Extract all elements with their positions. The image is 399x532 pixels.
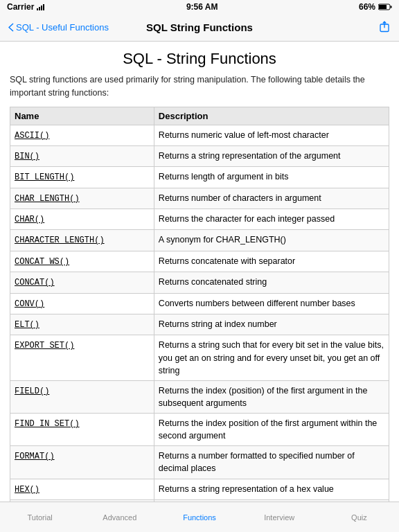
share-button[interactable]	[378, 20, 391, 35]
func-name: BIT_LENGTH()	[15, 172, 74, 182]
carrier-label: Carrier	[7, 2, 34, 12]
func-desc-cell: Returns concatenate with separator	[154, 251, 389, 272]
func-desc-cell: A synonym for CHAR_LENGTH()	[154, 230, 389, 251]
tab-item-advanced[interactable]: Advanced	[80, 509, 159, 526]
func-name: CHARACTER_LENGTH()	[15, 236, 105, 245]
status-bar: Carrier 9:56 AM 66%	[0, 0, 399, 14]
nav-bar: SQL - Useful Functions SQL String Functi…	[0, 14, 399, 42]
func-name: CONV()	[15, 299, 44, 309]
func-name: BIN()	[15, 152, 39, 161]
func-name: CHAR_LENGTH()	[15, 194, 80, 204]
func-name: CONCAT_WS()	[15, 257, 69, 267]
func-name-cell: EXPORT_SET()	[10, 335, 154, 380]
tab-bar: TutorialAdvancedFunctionsInterviewQuiz	[0, 502, 399, 532]
table-row: HEX()Returns a string representation of …	[10, 479, 389, 499]
func-name: ELT()	[15, 320, 39, 330]
func-desc-cell: Returns the index position of the first …	[154, 414, 389, 446]
chevron-left-icon	[8, 23, 14, 32]
func-name-cell: HEX()	[10, 479, 154, 499]
table-row: CONCAT_WS()Returns concatenate with sepa…	[10, 251, 389, 272]
func-name-cell: ASCII()	[10, 125, 154, 145]
status-left: Carrier	[7, 2, 45, 12]
table-row: BIN()Returns a string representation of …	[10, 145, 389, 166]
battery-label: 66%	[359, 2, 375, 12]
func-name: EXPORT_SET()	[15, 341, 74, 351]
table-row: CONV()Converts numbers between different…	[10, 293, 389, 314]
func-name-cell: CHAR()	[10, 209, 154, 230]
status-right: 66%	[359, 2, 392, 12]
nav-title: SQL String Functions	[146, 21, 253, 33]
table-row: FIELD()Returns the index (position) of t…	[10, 380, 389, 413]
func-desc-cell: Converts numbers between different numbe…	[154, 293, 389, 314]
func-name: ASCII()	[15, 131, 49, 141]
func-desc-cell: Returns concatenated string	[154, 272, 389, 293]
func-name-cell: FIND_IN_SET()	[10, 414, 154, 446]
svg-rect-1	[39, 7, 40, 10]
func-name-cell: CHAR_LENGTH()	[10, 188, 154, 209]
table-row: BIT_LENGTH()Returns length of argument i…	[10, 167, 389, 188]
signal-icon	[37, 3, 45, 10]
svg-rect-0	[37, 8, 38, 10]
time-label: 9:56 AM	[186, 2, 218, 12]
back-button[interactable]: SQL - Useful Functions	[8, 22, 109, 33]
func-name: FORMAT()	[15, 452, 55, 461]
functions-table: Name Description ASCII()Returns numeric …	[10, 107, 389, 533]
func-desc-cell: Returns a string representation of the a…	[154, 145, 389, 166]
func-name-cell: BIN()	[10, 145, 154, 166]
func-desc-cell: Returns a string representation of a hex…	[154, 479, 389, 499]
battery-icon	[378, 3, 392, 10]
func-name-cell: CHARACTER_LENGTH()	[10, 230, 154, 251]
tab-item-tutorial[interactable]: Tutorial	[0, 509, 80, 526]
table-row: FIND_IN_SET()Returns the index position …	[10, 414, 389, 446]
back-label: SQL - Useful Functions	[16, 22, 109, 33]
func-name: CONCAT()	[15, 278, 55, 287]
func-name-cell: ELT()	[10, 314, 154, 335]
func-name-cell: CONCAT_WS()	[10, 251, 154, 272]
func-desc-cell: Returns numeric value of left-most chara…	[154, 125, 389, 145]
func-name: HEX()	[15, 485, 39, 495]
func-name-cell: FIELD()	[10, 380, 154, 413]
func-desc-cell: Returns number of characters in argument	[154, 188, 389, 209]
page-content: SQL - String Functions SQL string functi…	[0, 42, 399, 532]
tab-item-functions[interactable]: Functions	[159, 509, 239, 526]
tab-item-quiz[interactable]: Quiz	[319, 509, 399, 526]
table-row: CHAR()Returns the character for each int…	[10, 209, 389, 230]
func-name: CHAR()	[15, 215, 44, 224]
table-row: CHAR_LENGTH()Returns number of character…	[10, 188, 389, 209]
func-desc-cell: Returns length of argument in bits	[154, 167, 389, 188]
table-row: CONCAT()Returns concatenated string	[10, 272, 389, 293]
func-name-cell: CONV()	[10, 293, 154, 314]
func-name-cell: BIT_LENGTH()	[10, 167, 154, 188]
svg-rect-5	[391, 6, 392, 8]
svg-rect-2	[41, 6, 42, 10]
func-desc-cell: Returns string at index number	[154, 314, 389, 335]
func-desc-cell: Returns the index (position) of the firs…	[154, 380, 389, 413]
table-row: ASCII()Returns numeric value of left-mos…	[10, 125, 389, 145]
table-row: FORMAT()Returns a number formatted to sp…	[10, 446, 389, 479]
tab-item-interview[interactable]: Interview	[240, 509, 319, 526]
table-row: EXPORT_SET()Returns a string such that f…	[10, 335, 389, 380]
func-name: FIELD()	[15, 387, 49, 396]
table-row: ELT()Returns string at index number	[10, 314, 389, 335]
page-intro: SQL string functions are used primarily …	[10, 73, 389, 100]
svg-rect-3	[43, 4, 44, 10]
share-icon	[378, 20, 391, 33]
func-name-cell: CONCAT()	[10, 272, 154, 293]
col-header-name: Name	[10, 107, 154, 125]
table-row: CHARACTER_LENGTH()A synonym for CHAR_LEN…	[10, 230, 389, 251]
func-name: FIND_IN_SET()	[15, 419, 80, 429]
page-title: SQL - String Functions	[10, 50, 389, 68]
func-desc-cell: Returns a number formatted to specified …	[154, 446, 389, 479]
func-desc-cell: Returns the character for each integer p…	[154, 209, 389, 230]
func-name-cell: FORMAT()	[10, 446, 154, 479]
func-desc-cell: Returns a string such that for every bit…	[154, 335, 389, 380]
svg-rect-6	[379, 5, 387, 9]
table-header-row: Name Description	[10, 107, 389, 125]
col-header-desc: Description	[154, 107, 389, 125]
